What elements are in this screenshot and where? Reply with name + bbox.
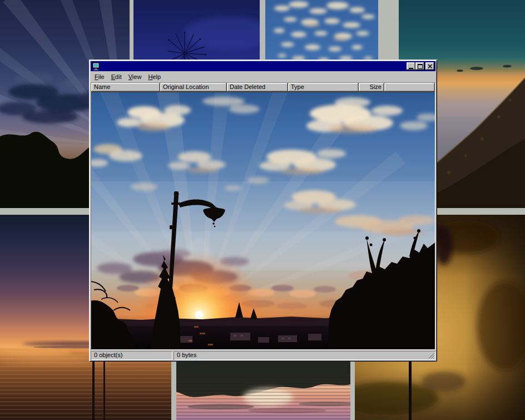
menu-edit[interactable]: Edit <box>108 72 125 82</box>
list-view[interactable]: Name Original Location Date Deleted Type… <box>91 82 435 350</box>
maximize-button[interactable] <box>415 62 424 70</box>
computer-icon <box>92 62 101 71</box>
column-header-size[interactable]: Size <box>359 83 384 92</box>
menu-bar: File Edit View Help <box>91 71 435 82</box>
ripple-streaks <box>176 375 350 420</box>
menu-view[interactable]: View <box>125 72 145 82</box>
status-bar: 0 object(s) 0 bytes <box>91 350 435 360</box>
status-objects: 0 object(s) <box>91 351 172 360</box>
column-header-type[interactable]: Type <box>288 83 359 92</box>
recycle-bin-window: File Edit View Help Name Original Locati… <box>89 60 437 362</box>
sunset-photo-art <box>91 92 435 349</box>
column-header-name[interactable]: Name <box>91 83 160 92</box>
column-header-original-location[interactable]: Original Location <box>160 83 227 92</box>
titlebar[interactable] <box>91 61 435 71</box>
minimize-button[interactable] <box>407 62 415 70</box>
minimize-icon <box>409 68 413 69</box>
close-icon <box>428 64 433 69</box>
resize-grip-icon[interactable] <box>428 352 435 359</box>
column-header-row: Name Original Location Date Deleted Type… <box>91 83 435 92</box>
menu-file[interactable]: File <box>91 72 108 82</box>
menu-help[interactable]: Help <box>145 72 164 82</box>
status-bytes: 0 bytes <box>174 351 435 360</box>
desktop: { "window": { "title": "", "menu": ["Fil… <box>0 0 525 420</box>
close-button[interactable] <box>425 62 434 70</box>
column-header-empty[interactable] <box>384 83 435 92</box>
sunset-lamp-photo <box>91 92 435 349</box>
column-header-date-deleted[interactable]: Date Deleted <box>227 83 288 92</box>
maximize-icon <box>418 64 423 69</box>
